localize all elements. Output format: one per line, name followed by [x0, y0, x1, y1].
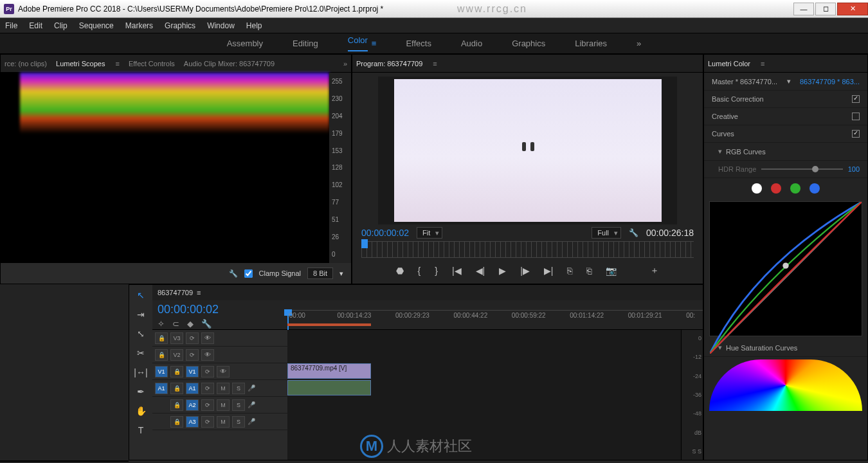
- step-forward-icon[interactable]: |▶: [520, 266, 530, 276]
- hue-wheel[interactable]: [709, 359, 862, 411]
- tab-project[interactable]: Project: Project 1: [5, 461, 59, 462]
- zoom-fit-select[interactable]: Fit: [417, 227, 442, 239]
- menu-graphics[interactable]: Graphics: [165, 21, 195, 30]
- track-visibility[interactable]: [201, 349, 214, 361]
- section-rgb-curves[interactable]: RGB Curves: [726, 148, 766, 156]
- playhead-icon[interactable]: [361, 239, 368, 248]
- ws-libraries[interactable]: Libraries: [575, 39, 607, 48]
- track-visibility[interactable]: [217, 366, 230, 377]
- video-clip[interactable]: 863747709.mp4 [V]: [287, 363, 371, 379]
- go-to-in-icon[interactable]: |◀: [452, 266, 462, 276]
- track-target-a1[interactable]: A1: [186, 383, 199, 394]
- audio-clip[interactable]: [287, 380, 371, 395]
- hdr-range-slider[interactable]: [761, 168, 842, 170]
- sync-lock[interactable]: ⟳: [201, 399, 214, 411]
- settings-wrench-icon[interactable]: 🔧: [629, 228, 638, 237]
- minimize-button[interactable]: —: [793, 3, 814, 15]
- curve-white-icon[interactable]: [752, 183, 762, 194]
- menu-help[interactable]: Help: [246, 21, 262, 30]
- step-back-icon[interactable]: ◀|: [476, 266, 485, 276]
- sync-lock[interactable]: ⟳: [186, 349, 199, 361]
- add-marker-icon[interactable]: ◆: [187, 319, 194, 329]
- timeline-ruler[interactable]: :00:00 00:00:14:23 00:00:29:23 00:00:44:…: [287, 310, 703, 329]
- timeline-tracks-area[interactable]: 863747709.mp4 [V]: [287, 330, 681, 460]
- mark-out-icon[interactable]: }: [435, 266, 438, 276]
- track-target-a2[interactable]: A2: [186, 399, 199, 411]
- menu-edit[interactable]: Edit: [29, 21, 42, 30]
- button-editor-icon[interactable]: ＋: [650, 265, 659, 277]
- selection-tool-icon[interactable]: ↖: [137, 290, 145, 300]
- track-lock[interactable]: [170, 399, 183, 411]
- curve-green-icon[interactable]: [790, 183, 800, 194]
- tab-lumetri-scopes[interactable]: Lumetri Scopes: [56, 60, 105, 68]
- basic-correction-toggle[interactable]: [852, 95, 860, 103]
- ws-assembly[interactable]: Assembly: [227, 39, 263, 48]
- ws-graphics[interactable]: Graphics: [512, 39, 545, 48]
- panel-menu-icon[interactable]: ≡: [197, 289, 201, 296]
- panel-menu-icon[interactable]: ≡: [761, 60, 764, 68]
- ws-audio[interactable]: Audio: [461, 39, 482, 48]
- menu-markers[interactable]: Markers: [125, 21, 153, 30]
- tabs-overflow-icon[interactable]: »: [343, 60, 347, 68]
- mute-button[interactable]: M: [217, 399, 230, 411]
- curve-red-icon[interactable]: [771, 183, 781, 194]
- menu-sequence[interactable]: Sequence: [79, 21, 114, 30]
- go-to-out-icon[interactable]: ▶|: [544, 266, 554, 276]
- mark-in-icon[interactable]: {: [418, 266, 421, 276]
- tab-lumetri-color[interactable]: Lumetri Color: [708, 60, 750, 68]
- curve-blue-icon[interactable]: [809, 183, 820, 194]
- program-scrubber[interactable]: [361, 241, 694, 258]
- ws-effects[interactable]: Effects: [406, 39, 431, 48]
- tab-effect-controls[interactable]: Effect Controls: [129, 60, 175, 68]
- razor-tool-icon[interactable]: ✂: [137, 348, 145, 358]
- ws-color-menu-icon[interactable]: ≡: [372, 39, 377, 48]
- resolution-select[interactable]: Full: [592, 227, 621, 239]
- snap-icon[interactable]: ✧: [158, 319, 165, 329]
- dropdown-icon[interactable]: ▾: [339, 269, 343, 278]
- track-lock[interactable]: [170, 416, 183, 428]
- section-curves[interactable]: Curves: [712, 130, 734, 138]
- track-lock[interactable]: [155, 332, 168, 344]
- lumetri-master-clip[interactable]: Master * 86374770...: [712, 78, 777, 86]
- tab-media[interactable]: Me: [75, 461, 85, 462]
- section-creative[interactable]: Creative: [712, 113, 738, 120]
- play-icon[interactable]: ▶: [499, 266, 506, 276]
- linked-selection-icon[interactable]: ⊂: [172, 319, 179, 329]
- section-basic-correction[interactable]: Basic Correction: [712, 95, 764, 103]
- track-visibility[interactable]: [201, 332, 214, 344]
- menu-file[interactable]: File: [5, 21, 17, 30]
- pen-tool-icon[interactable]: ✒: [137, 386, 145, 397]
- tab-program[interactable]: Program: 863747709: [356, 60, 422, 68]
- ws-color[interactable]: Color: [348, 35, 368, 51]
- curves-toggle[interactable]: [852, 130, 860, 138]
- settings-icon[interactable]: 🔧: [201, 319, 212, 329]
- solo-button[interactable]: S: [232, 416, 245, 428]
- add-marker-icon[interactable]: ⬣: [396, 266, 404, 276]
- solo-button[interactable]: S: [232, 383, 245, 394]
- mic-icon[interactable]: 🎤: [248, 418, 255, 425]
- track-lock[interactable]: [155, 349, 168, 361]
- export-frame-icon[interactable]: 📷: [606, 266, 617, 276]
- track-select-tool-icon[interactable]: ⇥: [137, 309, 145, 320]
- sync-lock[interactable]: ⟳: [186, 332, 199, 344]
- wrench-icon[interactable]: 🔧: [229, 269, 238, 278]
- rgb-curves-editor[interactable]: [709, 201, 862, 336]
- source-patch-a1[interactable]: A1: [155, 383, 168, 394]
- solo-button[interactable]: S: [232, 399, 245, 411]
- panel-menu-icon[interactable]: ≡: [65, 461, 69, 462]
- creative-toggle[interactable]: [852, 113, 860, 120]
- track-lock[interactable]: [170, 383, 183, 394]
- menu-clip[interactable]: Clip: [54, 21, 68, 30]
- mute-button[interactable]: M: [217, 416, 230, 428]
- sync-lock[interactable]: ⟳: [201, 416, 214, 428]
- extract-icon[interactable]: ⎗: [586, 266, 592, 276]
- panel-menu-icon[interactable]: ≡: [115, 60, 119, 68]
- track-lock[interactable]: [170, 366, 183, 377]
- close-button[interactable]: ✕: [837, 3, 868, 15]
- tab-audio-mixer[interactable]: Audio Clip Mixer: 863747709: [184, 60, 275, 68]
- tab-sequence[interactable]: 863747709: [158, 289, 193, 296]
- source-patch-v1[interactable]: V1: [155, 366, 168, 377]
- bit-depth-select[interactable]: 8 Bit: [307, 268, 333, 279]
- ws-editing[interactable]: Editing: [293, 39, 318, 48]
- ripple-tool-icon[interactable]: ⤡: [137, 329, 145, 339]
